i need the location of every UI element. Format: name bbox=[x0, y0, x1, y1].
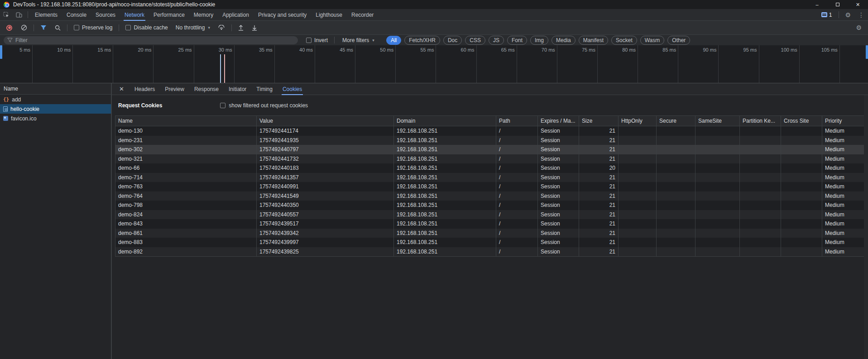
invert-checkbox[interactable]: Invert bbox=[306, 37, 328, 43]
filter-chip-other[interactable]: Other bbox=[667, 36, 690, 45]
column-header-path[interactable]: Path bbox=[496, 116, 538, 126]
cookie-row-demo-883[interactable]: demo-8831757492439997192.168.108.251/Ses… bbox=[115, 238, 867, 247]
overview-right-handle[interactable] bbox=[866, 45, 868, 59]
cookie-row-demo-231[interactable]: demo-2311757492441935192.168.108.251/Ses… bbox=[115, 136, 867, 145]
filter-chip-media[interactable]: Media bbox=[551, 36, 575, 45]
more-filters-dropdown[interactable]: More filters ▾ bbox=[342, 37, 374, 43]
cookie-cell: 1757492439342 bbox=[257, 229, 394, 238]
detail-tab-headers[interactable]: Headers bbox=[129, 83, 160, 95]
column-header-cross-site[interactable]: Cross Site bbox=[781, 116, 822, 126]
cookie-row-demo-714[interactable]: demo-7141757492441357192.168.108.251/Ses… bbox=[115, 173, 867, 182]
tab-lighthouse[interactable]: Lighthouse bbox=[311, 9, 347, 21]
cookie-cell bbox=[695, 145, 740, 154]
request-row-hello-cookie[interactable]: hello-cookie bbox=[0, 104, 111, 114]
tab-elements[interactable]: Elements bbox=[30, 9, 62, 21]
show-filtered-cookies-checkbox[interactable]: show filtered out request cookies bbox=[220, 102, 308, 109]
network-overview-timeline[interactable]: 5 ms10 ms15 ms20 ms25 ms30 ms35 ms40 ms4… bbox=[0, 45, 868, 83]
ruler-label: 10 ms bbox=[33, 45, 73, 83]
close-detail-icon[interactable]: ✕ bbox=[112, 86, 129, 92]
cookie-row-demo-764[interactable]: demo-7641757492441549192.168.108.251/Ses… bbox=[115, 191, 867, 201]
filter-chip-js[interactable]: JS bbox=[489, 36, 504, 45]
ruler-label: 20 ms bbox=[113, 45, 153, 83]
detail-tab-timing[interactable]: Timing bbox=[251, 83, 278, 95]
filter-chip-doc[interactable]: Doc bbox=[443, 36, 462, 45]
tab-performance[interactable]: Performance bbox=[149, 9, 189, 21]
cookie-row-demo-861[interactable]: demo-8611757492439342192.168.108.251/Ses… bbox=[115, 229, 867, 238]
column-header-size[interactable]: Size bbox=[579, 116, 619, 126]
filter-chip-fetch-xhr[interactable]: Fetch/XHR bbox=[404, 36, 440, 45]
cookie-row-demo-321[interactable]: demo-3211757492441732192.168.108.251/Ses… bbox=[115, 154, 867, 164]
search-icon[interactable] bbox=[55, 25, 61, 31]
network-settings-gear-icon[interactable]: ⚙ bbox=[852, 24, 865, 31]
cookie-cell bbox=[657, 238, 695, 247]
tab-application[interactable]: Application bbox=[218, 9, 254, 21]
tab-recorder[interactable]: Recorder bbox=[347, 9, 378, 21]
cookie-row-demo-798[interactable]: demo-7981757492440350192.168.108.251/Ses… bbox=[115, 201, 867, 210]
invert-label: Invert bbox=[314, 37, 328, 43]
detail-tab-cookies[interactable]: Cookies bbox=[278, 83, 307, 95]
request-row-add[interactable]: {}add bbox=[0, 95, 111, 104]
filter-chip-css[interactable]: CSS bbox=[465, 36, 485, 45]
cookie-row-demo-66[interactable]: demo-661757492440183192.168.108.251/Sess… bbox=[115, 163, 867, 173]
tab-privacy-and-security[interactable]: Privacy and security bbox=[254, 9, 311, 21]
cookie-row-demo-302[interactable]: demo-3021757492440797192.168.108.251/Ses… bbox=[115, 145, 867, 154]
filter-chip-img[interactable]: Img bbox=[530, 36, 548, 45]
filter-chip-wasm[interactable]: Wasm bbox=[640, 36, 665, 45]
detail-scrollbar[interactable] bbox=[864, 95, 868, 359]
cookie-cell: Session bbox=[538, 229, 579, 238]
inspect-element-icon[interactable] bbox=[3, 11, 10, 19]
overview-left-handle[interactable] bbox=[0, 45, 2, 59]
cookie-cell bbox=[695, 238, 740, 247]
column-header-domain[interactable]: Domain bbox=[394, 116, 496, 126]
filter-funnel-icon[interactable] bbox=[40, 25, 47, 30]
disable-cache-checkbox[interactable]: Disable cache bbox=[125, 24, 168, 31]
minimize-button[interactable]: – bbox=[807, 0, 827, 9]
filter-chip-manifest[interactable]: Manifest bbox=[579, 36, 608, 45]
cookie-cell: Medium bbox=[822, 238, 867, 247]
issues-badge[interactable]: 1 bbox=[821, 12, 832, 18]
column-header-partition-ke-[interactable]: Partition Ke... bbox=[740, 116, 781, 126]
detail-tab-preview[interactable]: Preview bbox=[160, 83, 189, 95]
more-options-icon[interactable]: ⋮ bbox=[854, 11, 868, 19]
close-button[interactable]: ✕ bbox=[848, 0, 868, 9]
export-har-icon[interactable] bbox=[252, 25, 257, 31]
tab-memory[interactable]: Memory bbox=[189, 9, 218, 21]
device-toolbar-icon[interactable] bbox=[15, 11, 23, 19]
requests-name-header[interactable]: Name bbox=[0, 83, 111, 95]
cookie-cell bbox=[695, 210, 740, 220]
cookie-row-demo-824[interactable]: demo-8241757492440557192.168.108.251/Ses… bbox=[115, 210, 867, 220]
column-header-samesite[interactable]: SameSite bbox=[695, 116, 740, 126]
clear-network-log-icon[interactable] bbox=[21, 24, 27, 31]
column-header-priority[interactable]: Priority bbox=[822, 116, 867, 126]
cookie-cell: Session bbox=[538, 173, 579, 182]
network-conditions-icon[interactable] bbox=[218, 25, 225, 30]
filter-chip-all[interactable]: All bbox=[386, 36, 401, 45]
column-header-httponly[interactable]: HttpOnly bbox=[619, 116, 657, 126]
cookie-row-demo-130[interactable]: demo-1301757492441174192.168.108.251/Ses… bbox=[115, 126, 867, 136]
record-network-log-button[interactable] bbox=[6, 25, 12, 31]
filter-chip-font[interactable]: Font bbox=[507, 36, 527, 45]
cookie-row-demo-843[interactable]: demo-8431757492439517192.168.108.251/Ses… bbox=[115, 219, 867, 229]
request-row-favicon.ico[interactable]: favicon.ico bbox=[0, 114, 111, 123]
maximize-button[interactable] bbox=[827, 0, 848, 9]
cookie-cell: 192.168.108.251 bbox=[394, 173, 496, 182]
column-header-expires-ma-[interactable]: Expires / Ma... bbox=[538, 116, 579, 126]
detail-tab-initiator[interactable]: Initiator bbox=[224, 83, 251, 95]
tab-network[interactable]: Network bbox=[120, 9, 149, 21]
cookie-cell: 1757492440350 bbox=[257, 201, 394, 210]
settings-gear-icon[interactable]: ⚙ bbox=[841, 11, 854, 19]
tab-sources[interactable]: Sources bbox=[91, 9, 120, 21]
column-header-secure[interactable]: Secure bbox=[657, 116, 695, 126]
throttling-dropdown[interactable]: No throttling ▾ bbox=[176, 24, 210, 31]
filter-chip-socket[interactable]: Socket bbox=[611, 36, 637, 45]
column-header-name[interactable]: Name bbox=[115, 116, 257, 126]
column-header-value[interactable]: Value bbox=[257, 116, 394, 126]
ruler-label: 60 ms bbox=[436, 45, 476, 83]
cookie-row-demo-763[interactable]: demo-7631757492440991192.168.108.251/Ses… bbox=[115, 182, 867, 191]
tab-console[interactable]: Console bbox=[62, 9, 91, 21]
detail-tab-response[interactable]: Response bbox=[189, 83, 224, 95]
preserve-log-checkbox[interactable]: Preserve log bbox=[74, 24, 112, 31]
cookie-row-demo-892[interactable]: demo-8921757492439825192.168.108.251/Ses… bbox=[115, 247, 867, 257]
filter-input[interactable] bbox=[4, 36, 298, 44]
import-har-icon[interactable] bbox=[238, 25, 244, 31]
